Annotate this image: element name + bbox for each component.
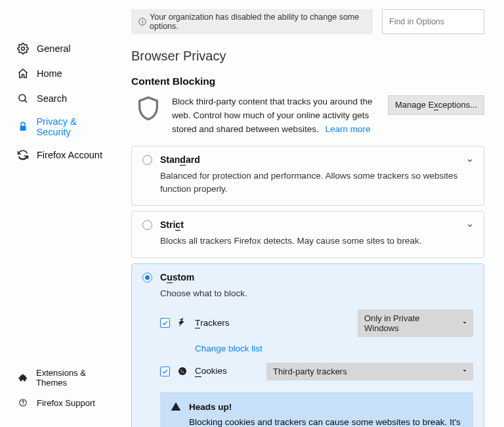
cookies-icon	[177, 366, 188, 376]
sidebar-item-search[interactable]: Search	[4, 86, 118, 111]
lock-icon	[16, 120, 30, 134]
question-icon	[16, 395, 30, 410]
preferences-sidebar: General Home Search Privacy & Security F…	[0, 0, 118, 427]
sidebar-item-privacy[interactable]: Privacy & Security	[4, 111, 118, 143]
manage-exceptions-button[interactable]: Manage Exceptions...	[388, 95, 484, 115]
sidebar-item-label: Search	[37, 93, 67, 104]
change-block-list-link[interactable]: Change block list	[195, 344, 262, 353]
gear-icon	[16, 41, 30, 56]
radio-custom[interactable]	[142, 273, 152, 282]
svg-point-1	[19, 95, 26, 101]
checkbox-cookies[interactable]	[160, 367, 170, 376]
cookies-select[interactable]: Third-party trackers	[266, 363, 473, 380]
home-icon	[16, 66, 30, 81]
option-custom[interactable]: Custom Choose what to block. Trackers On…	[131, 263, 484, 427]
chevron-down-icon	[465, 221, 474, 230]
notice-text: Your organization has disabled the abili…	[150, 12, 366, 31]
search-input[interactable]	[389, 17, 480, 26]
trackers-label: Trackers	[195, 318, 230, 329]
chevron-down-icon	[461, 367, 468, 376]
svg-rect-2	[20, 126, 26, 131]
sidebar-footer: Extensions & Themes Firefox Support	[4, 364, 122, 414]
puzzle-icon	[16, 371, 30, 385]
sidebar-item-label: Privacy & Security	[36, 116, 112, 137]
radio-strict[interactable]	[142, 220, 152, 230]
option-desc: Balanced for protection and performance.…	[160, 169, 473, 196]
sync-icon	[16, 148, 30, 162]
sidebar-item-extensions[interactable]: Extensions & Themes	[4, 364, 122, 392]
chevron-down-icon	[465, 156, 474, 165]
sidebar-item-home[interactable]: Home	[4, 61, 118, 86]
svg-point-7	[178, 367, 186, 375]
chevron-down-icon	[461, 318, 468, 328]
sidebar-item-account[interactable]: Firefox Account	[4, 143, 118, 168]
headsup-box: Heads up! Blocking cookies and trackers …	[160, 392, 473, 427]
option-desc: Choose what to block.	[160, 287, 473, 300]
main-content: Your organization has disabled the abili…	[118, 0, 504, 427]
policy-notice: Your organization has disabled the abili…	[131, 9, 373, 34]
sidebar-item-label: Firefox Account	[37, 150, 102, 160]
option-title: Custom	[160, 272, 194, 283]
svg-point-4	[22, 404, 23, 405]
learn-more-link[interactable]: Learn more	[325, 124, 370, 134]
option-desc: Blocks all trackers Firefox detects. May…	[160, 235, 473, 248]
sidebar-item-general[interactable]: General	[4, 36, 118, 61]
content-blocking-intro: Block third-party content that tracks yo…	[172, 95, 388, 137]
option-strict[interactable]: Strict Blocks all trackers Firefox detec…	[131, 211, 484, 258]
svg-point-8	[180, 370, 182, 371]
svg-point-10	[181, 372, 182, 373]
trackers-icon	[177, 318, 188, 328]
cookies-label: Cookies	[195, 366, 227, 377]
warning-icon	[171, 401, 181, 414]
headsup-text: Blocking cookies and trackers can cause …	[189, 417, 461, 427]
shield-icon	[135, 95, 161, 122]
option-title: Strict	[160, 219, 184, 231]
search-icon	[16, 91, 30, 106]
radio-standard[interactable]	[142, 155, 152, 165]
option-title: Standard	[160, 154, 200, 166]
sidebar-item-label: General	[37, 43, 71, 54]
sidebar-item-label: Home	[37, 68, 62, 79]
trackers-select[interactable]: Only in Private Windows	[358, 309, 473, 337]
info-icon	[138, 17, 147, 26]
headsup-title: Heads up!	[189, 401, 463, 415]
page-title: Browser Privacy	[131, 49, 484, 64]
checkbox-trackers[interactable]	[160, 318, 170, 328]
section-title: Content Blocking	[131, 76, 484, 87]
option-standard[interactable]: Standard Balanced for protection and per…	[131, 146, 484, 206]
svg-point-9	[182, 372, 184, 373]
sidebar-item-support[interactable]: Firefox Support	[4, 392, 122, 414]
search-options[interactable]	[382, 9, 484, 34]
svg-point-0	[22, 47, 25, 51]
sidebar-item-label: Firefox Support	[37, 398, 95, 408]
sidebar-item-label: Extensions & Themes	[36, 368, 116, 388]
